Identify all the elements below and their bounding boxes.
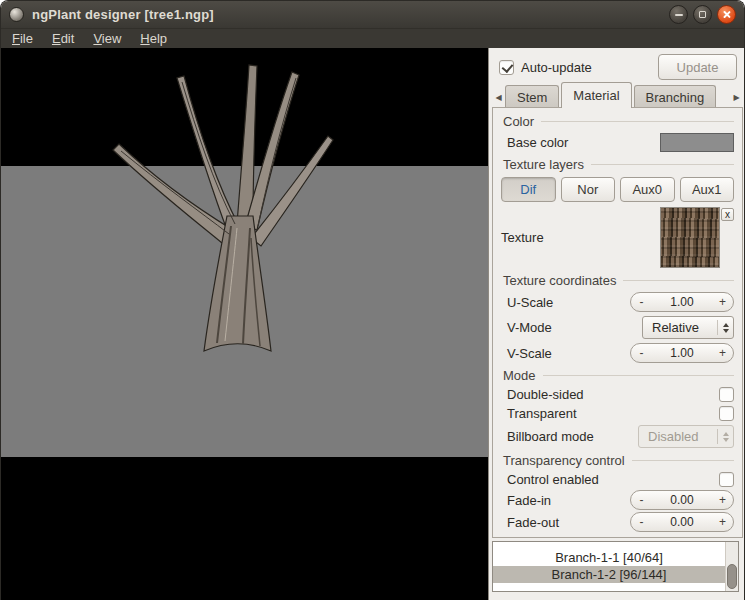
divider — [623, 280, 734, 281]
window-title: ngPlant designer [tree1.ngp] — [32, 7, 214, 22]
layer-aux1-button[interactable]: Aux1 — [680, 177, 735, 202]
transparent-label: Transparent — [507, 406, 577, 421]
mode-group-header: Mode — [503, 368, 734, 383]
bark-texture-thumbnail[interactable] — [660, 207, 720, 268]
base-color-label: Base color — [507, 135, 568, 150]
double-sided-label: Double-sided — [507, 387, 584, 402]
texture-row: Texture x — [501, 205, 734, 270]
branch-list[interactable]: Branch-1-1 [40/64] Branch-1-2 [96/144] — [492, 541, 739, 592]
fade-out-spinner: - 0.00 + — [630, 512, 734, 532]
billboard-mode-row: Billboard mode Disabled — [501, 423, 734, 450]
titlebar[interactable]: ngPlant designer [tree1.ngp] — [1, 1, 744, 29]
menu-edit[interactable]: Edit — [52, 29, 74, 48]
double-sided-checkbox[interactable] — [719, 387, 734, 402]
fade-out-increment-button[interactable]: + — [712, 515, 733, 529]
billboard-mode-value: Disabled — [648, 429, 699, 444]
tree-model — [1, 48, 488, 600]
texture-coordinates-group-header: Texture coordinates — [503, 273, 734, 288]
v-scale-value[interactable]: 1.00 — [652, 346, 712, 360]
u-scale-value[interactable]: 1.00 — [652, 295, 712, 309]
fade-in-value[interactable]: 0.00 — [652, 493, 712, 507]
billboard-mode-label: Billboard mode — [507, 429, 594, 444]
combo-arrows-icon — [717, 429, 729, 444]
transparent-checkbox[interactable] — [719, 406, 734, 421]
menubar: File Edit View Help — [1, 29, 744, 48]
app-icon — [9, 7, 24, 22]
v-scale-row: V-Scale - 1.00 + — [501, 341, 734, 365]
color-group-header: Color — [503, 114, 734, 129]
combo-arrows-icon — [717, 320, 729, 335]
minimize-button[interactable] — [669, 5, 688, 24]
tab-scroll-left-icon[interactable]: ◀ — [492, 87, 505, 108]
tab-stem[interactable]: Stem — [505, 85, 559, 108]
layer-nor-button[interactable]: Nor — [561, 177, 616, 202]
minimize-icon — [675, 14, 683, 16]
u-scale-row: U-Scale - 1.00 + — [501, 290, 734, 314]
tab-scroll-right-icon[interactable]: ▶ — [730, 87, 743, 108]
control-enabled-checkbox[interactable] — [719, 472, 734, 487]
menu-view[interactable]: View — [93, 29, 121, 48]
transparent-row: Transparent — [501, 404, 734, 423]
fade-in-label: Fade-in — [507, 493, 551, 508]
divider — [591, 164, 734, 165]
color-group-title: Color — [503, 114, 534, 129]
layer-aux0-button[interactable]: Aux0 — [620, 177, 675, 202]
u-scale-decrement-button[interactable]: - — [631, 295, 652, 309]
billboard-mode-dropdown[interactable]: Disabled — [638, 425, 734, 448]
remove-texture-button[interactable]: x — [721, 208, 734, 221]
fade-out-decrement-button[interactable]: - — [631, 515, 652, 529]
control-enabled-row: Control enabled — [501, 470, 734, 489]
menu-file[interactable]: File — [12, 29, 33, 48]
v-mode-row: V-Mode Relative — [501, 314, 734, 341]
u-scale-increment-button[interactable]: + — [712, 295, 733, 309]
properties-panel: Auto-update Update ◀ Stem Material Branc… — [488, 48, 745, 600]
v-scale-increment-button[interactable]: + — [712, 346, 733, 360]
list-item-selected[interactable]: Branch-1-2 [96/144] — [493, 566, 725, 583]
fade-out-row: Fade-out - 0.00 + — [501, 511, 734, 533]
close-button[interactable] — [717, 5, 736, 24]
list-item[interactable]: Branch-1-1 [40/64] — [493, 549, 725, 566]
divider — [541, 121, 734, 122]
auto-update-label: Auto-update — [521, 60, 592, 75]
3d-viewport[interactable] — [1, 48, 488, 600]
update-button[interactable]: Update — [658, 54, 737, 80]
branch-list-scrollbar[interactable] — [725, 542, 738, 591]
texture-layers-group-header: Texture layers — [503, 157, 734, 172]
double-sided-row: Double-sided — [501, 385, 734, 404]
fade-in-spinner: - 0.00 + — [630, 490, 734, 510]
v-scale-spinner: - 1.00 + — [630, 343, 734, 363]
v-mode-value: Relative — [652, 320, 699, 335]
texture-coordinates-group-title: Texture coordinates — [503, 273, 616, 288]
transparency-group-title: Transparency control — [503, 453, 625, 468]
v-scale-decrement-button[interactable]: - — [631, 346, 652, 360]
tab-strip: ◀ Stem Material Branching ▶ — [489, 82, 745, 108]
control-enabled-label: Control enabled — [507, 472, 599, 487]
scrollbar-thumb[interactable] — [727, 564, 737, 589]
u-scale-label: U-Scale — [507, 295, 553, 310]
material-tab-page: Color Base color Texture layers Dif Nor … — [492, 107, 743, 538]
base-color-row: Base color — [501, 131, 734, 154]
v-mode-label: V-Mode — [507, 320, 552, 335]
texture-label: Texture — [501, 230, 544, 245]
fade-in-increment-button[interactable]: + — [712, 493, 733, 507]
maximize-button[interactable] — [693, 5, 712, 24]
main-area: Auto-update Update ◀ Stem Material Branc… — [1, 48, 744, 600]
fade-in-decrement-button[interactable]: - — [631, 493, 652, 507]
v-mode-dropdown[interactable]: Relative — [642, 316, 734, 339]
transparency-group-header: Transparency control — [503, 453, 734, 468]
v-scale-label: V-Scale — [507, 346, 552, 361]
u-scale-spinner: - 1.00 + — [630, 292, 734, 312]
layer-dif-button[interactable]: Dif — [501, 177, 556, 202]
maximize-icon — [699, 11, 706, 18]
auto-update-checkbox[interactable] — [499, 60, 514, 75]
mode-group-title: Mode — [503, 368, 536, 383]
menu-help[interactable]: Help — [140, 29, 167, 48]
base-color-swatch[interactable] — [660, 133, 734, 152]
tab-material[interactable]: Material — [561, 82, 631, 108]
fade-out-value[interactable]: 0.00 — [652, 515, 712, 529]
fade-out-label: Fade-out — [507, 515, 559, 530]
divider — [543, 375, 734, 376]
tab-branching[interactable]: Branching — [634, 85, 717, 108]
texture-layers-group-title: Texture layers — [503, 157, 584, 172]
branch-list-rows: Branch-1-1 [40/64] Branch-1-2 [96/144] — [493, 542, 725, 591]
